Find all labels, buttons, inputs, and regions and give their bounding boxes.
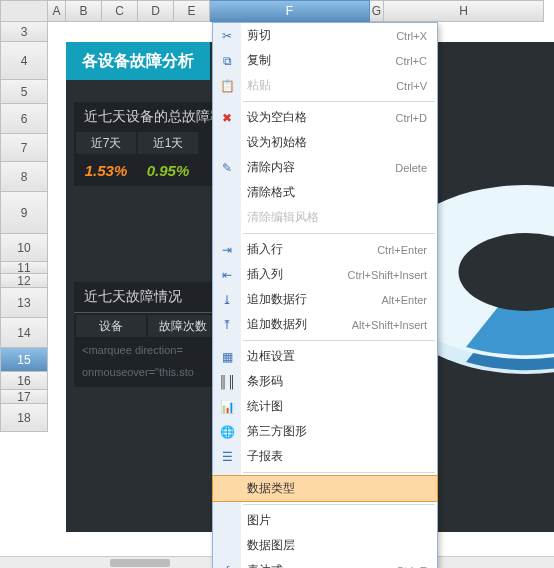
val-last7: 1.53% [76, 156, 136, 184]
menu-separator [243, 504, 435, 505]
menu-copy[interactable]: ⧉ 复制 Ctrl+C [213, 48, 437, 73]
column-header-row: A B C D E F G H [0, 0, 554, 22]
menu-image-label: 图片 [247, 512, 271, 529]
eraser-icon: ✎ [219, 160, 235, 176]
row-header-col: 3 4 5 6 7 8 9 10 11 12 13 14 15 16 17 18 [0, 22, 48, 432]
menu-thirdparty[interactable]: 🌐 第三方图形 [213, 419, 437, 444]
menu-cut-shortcut: Ctrl+X [396, 30, 427, 42]
menu-separator [243, 233, 435, 234]
scrollbar-thumb[interactable] [110, 559, 170, 567]
paste-icon: 📋 [219, 78, 235, 94]
col-faultcnt: 故障次数 [148, 315, 218, 337]
menu-append-col[interactable]: ⤒ 追加数据列 Alt+Shift+Insert [213, 312, 437, 337]
menu-image[interactable]: 图片 [213, 508, 437, 533]
menu-insert-col[interactable]: ⇤ 插入列 Ctrl+Shift+Insert [213, 262, 437, 287]
row-header-5[interactable]: 5 [0, 80, 48, 104]
menu-insert-row[interactable]: ⇥ 插入行 Ctrl+Enter [213, 237, 437, 262]
menu-clear-content-label: 清除内容 [247, 159, 295, 176]
row-header-17[interactable]: 17 [0, 390, 48, 404]
col-header-h[interactable]: H [384, 0, 544, 22]
row-header-13[interactable]: 13 [0, 288, 48, 318]
menu-cut[interactable]: ✂ 剪切 Ctrl+X [213, 23, 437, 48]
menu-barcode-label: 条形码 [247, 373, 283, 390]
menu-copy-label: 复制 [247, 52, 271, 69]
menu-insert-row-label: 插入行 [247, 241, 283, 258]
col-header-c[interactable]: C [102, 0, 138, 22]
val-last1: 0.95% [138, 156, 198, 184]
menu-set-init-label: 设为初始格 [247, 134, 307, 151]
col-device: 设备 [76, 315, 146, 337]
row-header-8[interactable]: 8 [0, 162, 48, 192]
insert-col-icon: ⇤ [219, 267, 235, 283]
menu-paste-shortcut: Ctrl+V [396, 80, 427, 92]
context-menu: ✂ 剪切 Ctrl+X ⧉ 复制 Ctrl+C 📋 粘贴 Ctrl+V ✖ 设为… [212, 22, 438, 568]
menu-append-col-shortcut: Alt+Shift+Insert [352, 319, 427, 331]
menu-set-blank[interactable]: ✖ 设为空白格 Ctrl+D [213, 105, 437, 130]
menu-datatype[interactable]: 数据类型 [213, 476, 437, 501]
menu-datatype-label: 数据类型 [247, 480, 295, 497]
row-header-11[interactable]: 11 [0, 262, 48, 274]
menu-barcode[interactable]: ║║ 条形码 [213, 369, 437, 394]
menu-paste: 📋 粘贴 Ctrl+V [213, 73, 437, 98]
menu-expr-shortcut: Ctrl+E [396, 565, 427, 569]
row-header-14[interactable]: 14 [0, 318, 48, 348]
menu-copy-shortcut: Ctrl+C [396, 55, 427, 67]
menu-insert-col-shortcut: Ctrl+Shift+Insert [348, 269, 427, 281]
menu-cut-label: 剪切 [247, 27, 271, 44]
menu-set-init[interactable]: 设为初始格 [213, 130, 437, 155]
menu-chart[interactable]: 📊 统计图 [213, 394, 437, 419]
menu-chart-label: 统计图 [247, 398, 283, 415]
col-header-g[interactable]: G [370, 0, 384, 22]
menu-border-label: 边框设置 [247, 348, 295, 365]
col-header-b[interactable]: B [66, 0, 102, 22]
row-header-15[interactable]: 15 [0, 348, 48, 372]
append-row-icon: ⤓ [219, 292, 235, 308]
menu-border[interactable]: ▦ 边框设置 [213, 344, 437, 369]
menu-insert-row-shortcut: Ctrl+Enter [377, 244, 427, 256]
row-header-6[interactable]: 6 [0, 104, 48, 134]
menu-separator [243, 472, 435, 473]
col-header-d[interactable]: D [138, 0, 174, 22]
menu-set-blank-shortcut: Ctrl+D [396, 112, 427, 124]
x-red-icon: ✖ [219, 110, 235, 126]
col-header-a[interactable]: A [48, 0, 66, 22]
menu-separator [243, 101, 435, 102]
row-header-12[interactable]: 12 [0, 274, 48, 288]
border-icon: ▦ [219, 349, 235, 365]
col-header-e[interactable]: E [174, 0, 210, 22]
menu-subreport-label: 子报表 [247, 448, 283, 465]
row-header-10[interactable]: 10 [0, 234, 48, 262]
col-last1: 近1天 [138, 132, 198, 154]
row-header-18[interactable]: 18 [0, 404, 48, 432]
scissors-icon: ✂ [219, 28, 235, 44]
row-header-9[interactable]: 9 [0, 192, 48, 234]
row-header-16[interactable]: 16 [0, 372, 48, 390]
menu-clear-format[interactable]: 清除格式 [213, 180, 437, 205]
chart-icon: 📊 [219, 399, 235, 415]
col-header-f[interactable]: F [210, 0, 370, 22]
menu-append-row[interactable]: ⤓ 追加数据行 Alt+Enter [213, 287, 437, 312]
menu-datalayer[interactable]: 数据图层 [213, 533, 437, 558]
menu-paste-label: 粘贴 [247, 77, 271, 94]
row-header-3[interactable]: 3 [0, 22, 48, 42]
menu-clear-format-label: 清除格式 [247, 184, 295, 201]
menu-expr[interactable]: ƒ 表达式 Ctrl+E [213, 558, 437, 568]
append-col-icon: ⤒ [219, 317, 235, 333]
barcode-icon: ║║ [219, 374, 235, 390]
globe-icon: 🌐 [219, 424, 235, 440]
menu-clear-content[interactable]: ✎ 清除内容 Delete [213, 155, 437, 180]
menu-clear-edit-style: 清除编辑风格 [213, 205, 437, 230]
col-last7: 近7天 [76, 132, 136, 154]
row-header-7[interactable]: 7 [0, 134, 48, 162]
select-all-corner[interactable] [0, 0, 48, 22]
menu-subreport[interactable]: ☰ 子报表 [213, 444, 437, 469]
row-header-4[interactable]: 4 [0, 42, 48, 80]
insert-row-icon: ⇥ [219, 242, 235, 258]
menu-thirdparty-label: 第三方图形 [247, 423, 307, 440]
menu-datalayer-label: 数据图层 [247, 537, 295, 554]
menu-set-blank-label: 设为空白格 [247, 109, 307, 126]
menu-append-row-shortcut: Alt+Enter [381, 294, 427, 306]
subreport-icon: ☰ [219, 449, 235, 465]
menu-separator [243, 340, 435, 341]
menu-clear-edit-style-label: 清除编辑风格 [247, 209, 319, 226]
